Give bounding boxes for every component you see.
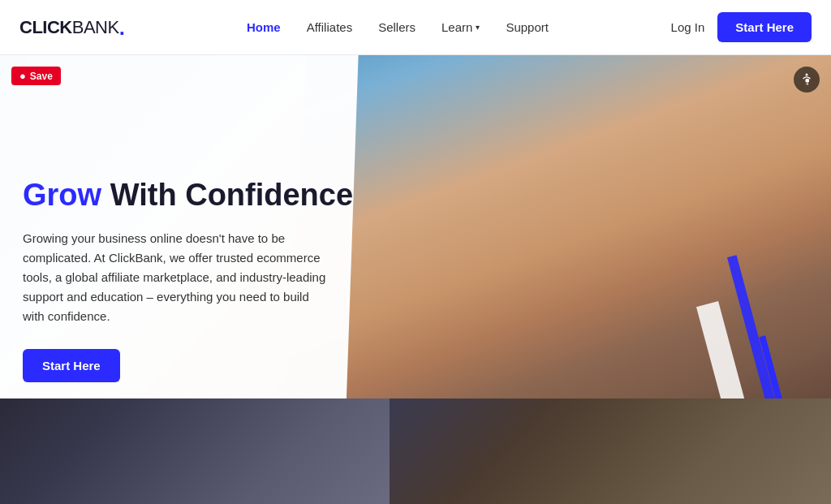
pinterest-save-badge[interactable]: ● Save xyxy=(11,67,61,85)
logo[interactable]: CLICKBANK. xyxy=(19,17,124,38)
nav-sellers[interactable]: Sellers xyxy=(378,20,416,34)
header: CLICKBANK. Home Affiliates Sellers Learn… xyxy=(0,0,831,55)
nav-affiliates[interactable]: Affiliates xyxy=(307,20,352,34)
login-button[interactable]: Log In xyxy=(671,20,705,34)
nav-learn-label: Learn xyxy=(441,20,472,34)
learn-dropdown-arrow: ▾ xyxy=(476,23,480,32)
pinterest-icon: ● xyxy=(19,70,26,82)
start-here-button-header[interactable]: Start Here xyxy=(717,12,812,42)
hero-title-rest: With Confidence xyxy=(101,178,353,212)
nav-home[interactable]: Home xyxy=(247,20,281,34)
accessibility-icon xyxy=(799,72,814,87)
hero-title: Grow With Confidence xyxy=(23,177,357,214)
nav-support[interactable]: Support xyxy=(506,20,549,34)
hero-section: ● Save Grow With Confidence Growing your… xyxy=(0,55,831,504)
bottom-preview-left xyxy=(0,398,390,504)
nav-learn[interactable]: Learn ▾ xyxy=(441,20,480,34)
save-label: Save xyxy=(30,71,53,82)
accessibility-button[interactable] xyxy=(794,67,820,93)
logo-click: CLICK xyxy=(19,17,72,38)
hero-description: Growing your business online doesn't hav… xyxy=(23,229,331,326)
start-here-button-hero[interactable]: Start Here xyxy=(23,349,120,382)
logo-bank: BANK xyxy=(72,17,119,38)
hero-title-highlight: Grow xyxy=(23,178,101,212)
main-nav: Home Affiliates Sellers Learn ▾ Support xyxy=(247,20,549,34)
bottom-preview-right xyxy=(390,398,831,504)
header-actions: Log In Start Here xyxy=(671,12,812,42)
logo-dot: . xyxy=(119,17,125,38)
svg-point-0 xyxy=(806,74,808,76)
